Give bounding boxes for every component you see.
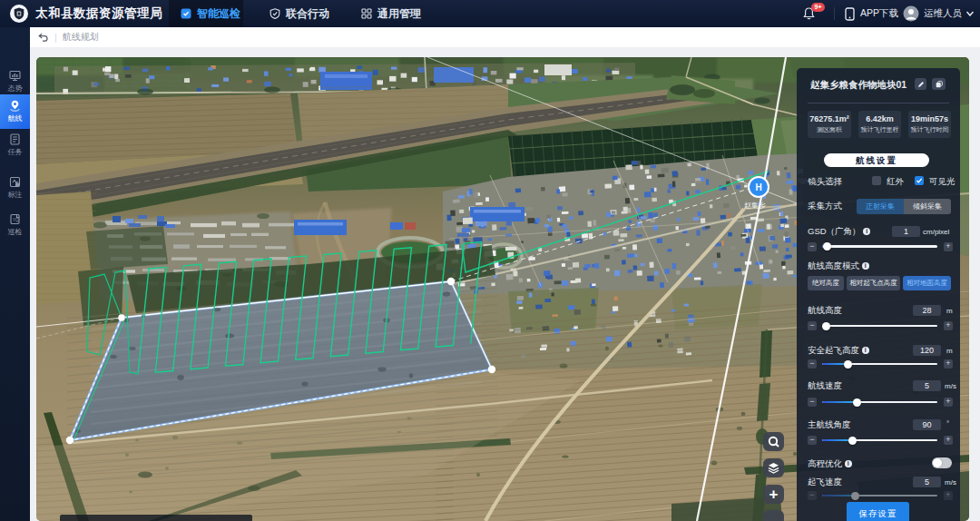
svg-text:YQ: YQ (13, 218, 19, 222)
svg-text:H: H (755, 182, 761, 192)
svg-text:赵集乡: 赵集乡 (744, 202, 766, 210)
